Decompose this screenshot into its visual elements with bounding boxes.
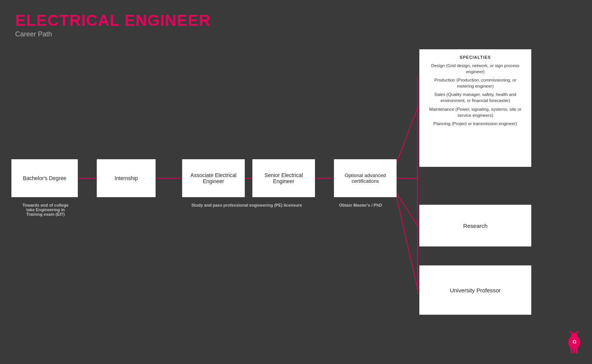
specialty-production: Production (Production, commissioning, o… (427, 77, 524, 89)
professor-box: University Professor (419, 265, 531, 315)
specialty-sales: Sales (Quality manager, safety, health a… (427, 91, 524, 104)
node-senior: Senior Electrical Engineer (252, 159, 315, 197)
specialty-design: Design (Grid design, network, or sign pr… (427, 63, 524, 75)
logo: G (564, 329, 584, 356)
specialties-box: SPECIALTIES Design (Grid design, network… (419, 49, 531, 167)
node-bachelors: Bachelor's Degree (11, 159, 78, 197)
node-associate: Associate Electrical Engineer (182, 159, 245, 197)
specialty-planning: Planning (Project or transmission engine… (427, 121, 524, 127)
svg-line-12 (397, 197, 417, 288)
research-label: Research (463, 223, 487, 229)
svg-point-14 (571, 333, 578, 339)
research-box: Research (419, 205, 531, 246)
svg-text:G: G (573, 339, 576, 345)
specialties-title: SPECIALTIES (427, 55, 524, 60)
page-header: ELECTRICAL ENGINEER Career Path (15, 11, 211, 38)
svg-line-10 (397, 108, 417, 163)
svg-rect-17 (576, 348, 578, 353)
svg-rect-15 (570, 348, 572, 353)
svg-line-11 (397, 193, 417, 226)
node-optional-certs: Optional advanced certifications (334, 159, 397, 197)
svg-rect-16 (573, 348, 575, 353)
node-internship: Internship (97, 159, 156, 197)
eit-note: Towards end of college take Engineering … (8, 203, 83, 217)
masters-note: Obtain Master's / PhD (323, 203, 398, 207)
pe-note: Study and pass professional engineering … (175, 203, 319, 207)
page-title: ELECTRICAL ENGINEER (15, 11, 211, 30)
page-subtitle: Career Path (15, 30, 211, 38)
specialty-maintenance: Maintenance (Power, signaling, systems, … (427, 106, 524, 118)
professor-label: University Professor (450, 287, 501, 293)
